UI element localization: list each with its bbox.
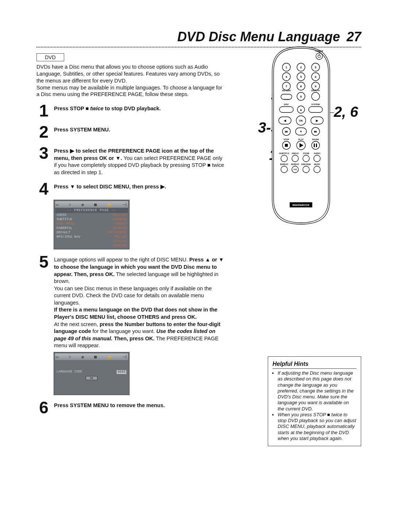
svg-rect-23 [314,143,315,147]
step-2: 2 Press SYSTEM MENU. [36,123,226,140]
intro-block: DVDs have a Disc menu that allows you to… [36,64,226,98]
step1-tail: to stop DVD playback. [104,106,161,111]
hint-item: If adjusting the Disc menu language as d… [278,370,356,412]
hints-title: Helpful Hints [273,360,356,369]
disc-label: DISC [284,103,289,106]
svg-text:MUTE: MUTE [314,163,320,165]
svg-text:◀: ◀ [283,119,286,122]
step-number: 1 [36,102,51,119]
blank-button [312,92,320,100]
svg-text:▼: ▼ [300,130,302,133]
play-label: PLAY [298,138,304,141]
helpful-hints: Helpful Hints If adjusting the Disc menu… [268,356,361,446]
osd-icon: 🔒 [107,202,112,207]
osd-icon: →| [123,355,127,359]
svg-text:9: 9 [315,85,317,88]
step1-pre: Press STOP [54,106,86,111]
svg-text:ZOOM: ZOOM [303,152,309,154]
svg-text:A-B: A-B [294,168,297,171]
osd-row: PARENTALSPANISH [55,226,128,230]
system-label: SYSTEM [311,103,320,106]
display-label: DISPLAY [311,89,320,92]
osd-icon: ✿ [81,202,84,207]
s5-p4a: At the next screen, [54,321,100,327]
s5-p1a: Language options will appear to the righ… [54,257,189,263]
osd-row: ITALIAN [55,239,128,244]
step-number: 2 [36,123,51,140]
svg-text:PREVIEW: PREVIEW [301,163,311,165]
preview-button [303,166,309,173]
svg-rect-24 [316,143,317,147]
intro-line: DVDs have a Disc menu that allows you to… [36,64,226,84]
pause-button [312,141,320,149]
osd-row: DISC MENUFRENCH [55,222,128,226]
svg-text:6: 6 [315,75,317,79]
svg-text:⏮: ⏮ [285,130,288,133]
page-header: DVD Disc Menu Language 27 [36,29,361,45]
svg-text:3: 3 [315,66,317,69]
svg-text:4: 4 [286,75,287,79]
svg-text:REPEAT: REPEAT [291,163,300,165]
svg-text:REPEAT: REPEAT [280,163,289,165]
osd-icon: ▭ [56,202,58,207]
osd-icon-row: ▭ ♪ ✿ ▦ 🔒 →| [55,353,128,360]
svg-text:8: 8 [300,85,302,88]
langcode-value: 0503 [116,370,127,374]
stop-label: STOP [283,138,289,141]
osd-icon: ✿ [81,355,84,359]
title-text: DVD Disc Menu Language [177,29,340,44]
svg-rect-21 [285,144,288,147]
brand-label: MAGNAVOX [293,203,310,207]
svg-text:SUBTITLE: SUBTITLE [279,152,289,154]
dvd-tag: DVD [36,53,64,61]
pause-label: PAUSE [312,138,319,141]
svg-text:⏭: ⏭ [314,130,317,133]
step-6: 6 Press SYSTEM MENU to remove the menus. [36,399,226,416]
step-3: 3 Press ▶ to select the PREFERENCE PAGE … [36,145,226,176]
step-number: 5 [36,253,51,270]
return-label: RETURN [282,89,290,92]
page-title: DVD Disc Menu Language 27 [36,29,361,45]
osd-icon: ♪ [69,355,71,359]
svg-text:2: 2 [300,66,302,69]
mute-button [314,166,320,173]
svg-text:5: 5 [300,75,302,79]
osd-row: AUDIOENGLISH [55,213,128,217]
svg-text:▶: ▶ [316,119,318,122]
step1-twice: twice [89,106,103,111]
angle-button [292,155,298,162]
remote-diagram: .btn{fill:#fff;stroke:#000;stroke-width:… [269,46,333,225]
step2-text: Press SYSTEM MENU. [54,127,110,133]
step6-text: Press SYSTEM MENU to remove the menus. [54,402,165,408]
s5-p4c: for the language you want. [93,328,157,334]
svg-text:AUDIO: AUDIO [314,152,321,154]
page-number: 27 [347,29,361,45]
osd-icon: →| [123,202,127,207]
svg-text:7: 7 [286,85,287,88]
svg-text:1: 1 [286,66,287,69]
step-5: 5 Language options will appear to the ri… [36,253,226,349]
svg-text:▲: ▲ [300,108,302,111]
osd-icon: 🔒 [107,355,112,359]
step-number: 6 [36,399,51,416]
osd-preference-page: ▭ ♪ ✿ ▦ 🔒 →| -- PREFERENCE PAGE -- AUDIO… [54,200,129,249]
svg-text:0: 0 [300,95,302,98]
svg-text:ANGLE: ANGLE [291,152,299,154]
osd-row: DEFAULTPORTUGUESE [55,230,128,235]
step4-text: Press ▼ to select DISC MENU, then press … [54,184,166,190]
step-number: 3 [36,145,51,161]
stop-icon: ■ [207,162,210,168]
osd-icon: ♪ [69,202,71,207]
osd-row: SUBTITLECHINESE [55,217,128,222]
step-1: 1 Press STOP ■ twice to stop DVD playbac… [36,102,226,119]
s5-p3: If there is a menu language on the DVD t… [54,307,217,320]
intro-line: Some menus may be available in multiple … [36,84,226,98]
repeat-button [281,166,287,173]
svg-text:OK: OK [299,119,303,122]
osd-icon: ▦ [94,202,97,207]
osd-row: MP3/JPEG NAVPOLISH [55,235,128,239]
osd-title: -- PREFERENCE PAGE -- [55,208,128,213]
osd-icon-row: ▭ ♪ ✿ ▦ 🔒 →| [55,201,128,208]
svg-text:MENU: MENU [313,108,318,111]
osd-language-code: ▭ ♪ ✿ ▦ 🔒 →| LANGUAGE CODE0503 OK [54,352,129,395]
